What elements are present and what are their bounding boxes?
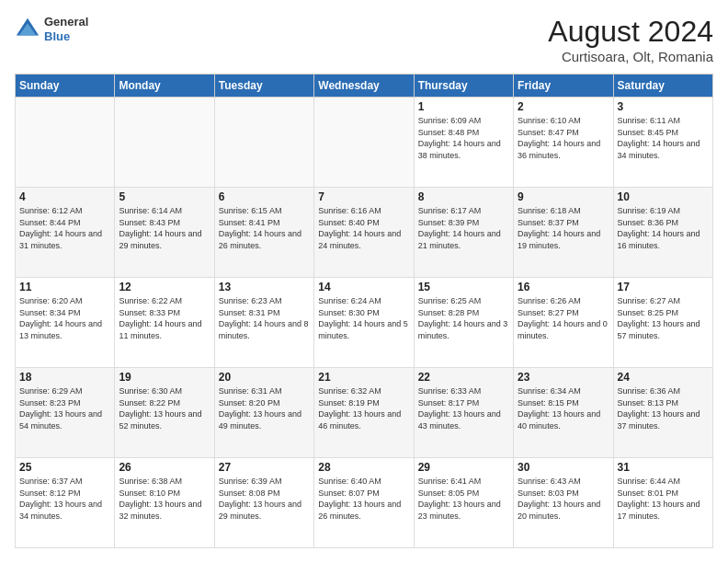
day-detail: Sunrise: 6:29 AM Sunset: 8:23 PM Dayligh… xyxy=(19,385,110,431)
day-detail: Sunrise: 6:09 AM Sunset: 8:48 PM Dayligh… xyxy=(418,115,509,161)
day-detail: Sunrise: 6:16 AM Sunset: 8:40 PM Dayligh… xyxy=(318,205,409,251)
day-detail: Sunrise: 6:41 AM Sunset: 8:05 PM Dayligh… xyxy=(418,476,509,522)
logo-blue: Blue xyxy=(44,29,88,44)
calendar-week-2: 11Sunrise: 6:20 AM Sunset: 8:34 PM Dayli… xyxy=(16,278,713,368)
day-detail: Sunrise: 6:17 AM Sunset: 8:39 PM Dayligh… xyxy=(418,205,509,251)
day-number: 5 xyxy=(119,190,210,203)
day-number: 19 xyxy=(119,371,210,384)
day-number: 9 xyxy=(518,190,609,203)
day-number: 10 xyxy=(618,190,709,203)
calendar-week-0: 1Sunrise: 6:09 AM Sunset: 8:48 PM Daylig… xyxy=(16,98,713,188)
calendar-cell xyxy=(214,98,313,188)
day-detail: Sunrise: 6:40 AM Sunset: 8:07 PM Dayligh… xyxy=(318,476,409,522)
day-number: 28 xyxy=(318,461,409,474)
calendar-cell: 12Sunrise: 6:22 AM Sunset: 8:33 PM Dayli… xyxy=(115,278,214,368)
day-number: 11 xyxy=(19,281,110,293)
logo: General Blue xyxy=(15,15,88,43)
day-detail: Sunrise: 6:10 AM Sunset: 8:47 PM Dayligh… xyxy=(518,115,609,161)
calendar-cell xyxy=(115,98,214,188)
day-number: 29 xyxy=(418,461,509,474)
calendar-cell: 3Sunrise: 6:11 AM Sunset: 8:45 PM Daylig… xyxy=(613,98,712,188)
day-detail: Sunrise: 6:25 AM Sunset: 8:28 PM Dayligh… xyxy=(418,295,509,341)
col-friday: Friday xyxy=(514,75,613,98)
title-section: August 2024 Curtisoara, Olt, Romania xyxy=(548,15,713,64)
calendar-cell xyxy=(314,98,414,188)
day-detail: Sunrise: 6:31 AM Sunset: 8:20 PM Dayligh… xyxy=(219,385,310,431)
calendar-week-4: 25Sunrise: 6:37 AM Sunset: 8:12 PM Dayli… xyxy=(16,458,713,548)
day-number: 21 xyxy=(318,371,409,384)
day-detail: Sunrise: 6:44 AM Sunset: 8:01 PM Dayligh… xyxy=(618,476,709,522)
calendar-cell: 31Sunrise: 6:44 AM Sunset: 8:01 PM Dayli… xyxy=(613,458,712,548)
calendar-cell: 29Sunrise: 6:41 AM Sunset: 8:05 PM Dayli… xyxy=(414,458,513,548)
day-number: 4 xyxy=(19,190,110,203)
day-detail: Sunrise: 6:11 AM Sunset: 8:45 PM Dayligh… xyxy=(618,115,709,161)
day-number: 7 xyxy=(318,190,409,203)
page: General Blue August 2024 Curtisoara, Olt… xyxy=(0,0,728,563)
calendar-cell: 8Sunrise: 6:17 AM Sunset: 8:39 PM Daylig… xyxy=(414,188,513,278)
day-number: 17 xyxy=(618,281,709,293)
day-detail: Sunrise: 6:27 AM Sunset: 8:25 PM Dayligh… xyxy=(618,295,709,341)
logo-text: General Blue xyxy=(44,15,88,43)
header: General Blue August 2024 Curtisoara, Olt… xyxy=(15,15,713,64)
day-detail: Sunrise: 6:15 AM Sunset: 8:41 PM Dayligh… xyxy=(219,205,310,251)
day-number: 27 xyxy=(219,461,310,474)
calendar-cell: 6Sunrise: 6:15 AM Sunset: 8:41 PM Daylig… xyxy=(214,188,313,278)
calendar-cell: 13Sunrise: 6:23 AM Sunset: 8:31 PM Dayli… xyxy=(214,278,313,368)
calendar-body: 1Sunrise: 6:09 AM Sunset: 8:48 PM Daylig… xyxy=(16,98,713,548)
calendar-cell: 26Sunrise: 6:38 AM Sunset: 8:10 PM Dayli… xyxy=(115,458,214,548)
day-number: 22 xyxy=(418,371,509,384)
calendar-cell: 10Sunrise: 6:19 AM Sunset: 8:36 PM Dayli… xyxy=(613,188,712,278)
col-monday: Monday xyxy=(115,75,214,98)
calendar-cell: 21Sunrise: 6:32 AM Sunset: 8:19 PM Dayli… xyxy=(314,368,414,458)
calendar-cell: 9Sunrise: 6:18 AM Sunset: 8:37 PM Daylig… xyxy=(514,188,613,278)
day-detail: Sunrise: 6:24 AM Sunset: 8:30 PM Dayligh… xyxy=(318,295,409,341)
calendar-cell: 1Sunrise: 6:09 AM Sunset: 8:48 PM Daylig… xyxy=(414,98,513,188)
day-number: 2 xyxy=(518,100,609,113)
day-number: 6 xyxy=(219,190,310,203)
day-number: 23 xyxy=(518,371,609,384)
col-thursday: Thursday xyxy=(414,75,513,98)
calendar-cell: 2Sunrise: 6:10 AM Sunset: 8:47 PM Daylig… xyxy=(514,98,613,188)
day-number: 8 xyxy=(418,190,509,203)
calendar-cell: 5Sunrise: 6:14 AM Sunset: 8:43 PM Daylig… xyxy=(115,188,214,278)
day-detail: Sunrise: 6:37 AM Sunset: 8:12 PM Dayligh… xyxy=(19,476,110,522)
day-number: 31 xyxy=(618,461,709,474)
calendar-week-3: 18Sunrise: 6:29 AM Sunset: 8:23 PM Dayli… xyxy=(16,368,713,458)
calendar-cell: 11Sunrise: 6:20 AM Sunset: 8:34 PM Dayli… xyxy=(16,278,115,368)
day-detail: Sunrise: 6:39 AM Sunset: 8:08 PM Dayligh… xyxy=(219,476,310,522)
calendar-cell: 14Sunrise: 6:24 AM Sunset: 8:30 PM Dayli… xyxy=(314,278,414,368)
day-number: 13 xyxy=(219,281,310,293)
day-number: 24 xyxy=(618,371,709,384)
calendar-cell: 19Sunrise: 6:30 AM Sunset: 8:22 PM Dayli… xyxy=(115,368,214,458)
day-detail: Sunrise: 6:12 AM Sunset: 8:44 PM Dayligh… xyxy=(19,205,110,251)
day-detail: Sunrise: 6:30 AM Sunset: 8:22 PM Dayligh… xyxy=(119,385,210,431)
location-subtitle: Curtisoara, Olt, Romania xyxy=(548,49,713,64)
calendar-table: Sunday Monday Tuesday Wednesday Thursday… xyxy=(15,74,713,548)
day-number: 15 xyxy=(418,281,509,293)
col-sunday: Sunday xyxy=(16,75,115,98)
calendar-cell: 25Sunrise: 6:37 AM Sunset: 8:12 PM Dayli… xyxy=(16,458,115,548)
calendar-cell: 4Sunrise: 6:12 AM Sunset: 8:44 PM Daylig… xyxy=(16,188,115,278)
day-number: 30 xyxy=(518,461,609,474)
calendar-cell: 15Sunrise: 6:25 AM Sunset: 8:28 PM Dayli… xyxy=(414,278,513,368)
calendar-cell xyxy=(16,98,115,188)
calendar-cell: 16Sunrise: 6:26 AM Sunset: 8:27 PM Dayli… xyxy=(514,278,613,368)
logo-icon xyxy=(15,17,40,42)
calendar-cell: 28Sunrise: 6:40 AM Sunset: 8:07 PM Dayli… xyxy=(314,458,414,548)
day-detail: Sunrise: 6:34 AM Sunset: 8:15 PM Dayligh… xyxy=(518,385,609,431)
day-detail: Sunrise: 6:33 AM Sunset: 8:17 PM Dayligh… xyxy=(418,385,509,431)
day-detail: Sunrise: 6:20 AM Sunset: 8:34 PM Dayligh… xyxy=(19,295,110,341)
calendar-cell: 7Sunrise: 6:16 AM Sunset: 8:40 PM Daylig… xyxy=(314,188,414,278)
calendar-cell: 20Sunrise: 6:31 AM Sunset: 8:20 PM Dayli… xyxy=(214,368,313,458)
day-number: 16 xyxy=(518,281,609,293)
day-detail: Sunrise: 6:19 AM Sunset: 8:36 PM Dayligh… xyxy=(618,205,709,251)
col-tuesday: Tuesday xyxy=(214,75,313,98)
calendar-week-1: 4Sunrise: 6:12 AM Sunset: 8:44 PM Daylig… xyxy=(16,188,713,278)
calendar-cell: 18Sunrise: 6:29 AM Sunset: 8:23 PM Dayli… xyxy=(16,368,115,458)
day-number: 1 xyxy=(418,100,509,113)
col-wednesday: Wednesday xyxy=(314,75,414,98)
calendar-cell: 17Sunrise: 6:27 AM Sunset: 8:25 PM Dayli… xyxy=(613,278,712,368)
day-number: 26 xyxy=(119,461,210,474)
day-number: 3 xyxy=(618,100,709,113)
day-detail: Sunrise: 6:18 AM Sunset: 8:37 PM Dayligh… xyxy=(518,205,609,251)
